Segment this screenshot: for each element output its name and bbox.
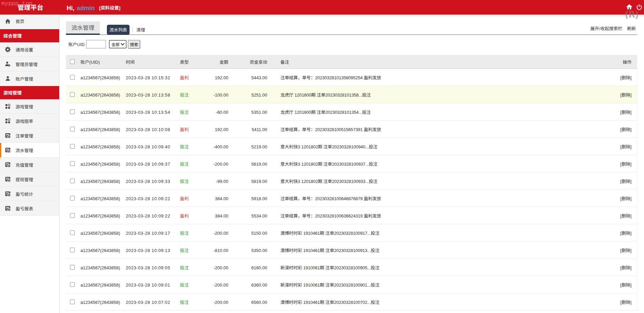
tab-clean[interactable]: 清理	[136, 25, 145, 35]
sidebar-item-label: 注单管理	[16, 132, 33, 139]
row-checkbox[interactable]	[70, 265, 75, 270]
delete-link[interactable]: [删除]	[620, 212, 631, 219]
sidebar-item[interactable]: 首页	[0, 15, 59, 28]
cell-time: 2023-03-28 10:09:05	[124, 264, 178, 271]
col-time: 时间	[124, 59, 178, 65]
table-row: a1234567(2643858) 2023-03-28 10:13:54 投注…	[66, 103, 637, 121]
delete-link[interactable]: [删除]	[620, 178, 631, 184]
delete-link[interactable]: [删除]	[620, 126, 631, 132]
cell-amount: -200.00	[201, 230, 228, 236]
cell-balance: 5351.00	[228, 109, 267, 115]
row-checkbox[interactable]	[70, 230, 75, 235]
cell-account: a1234567(2643858)	[78, 247, 124, 253]
cell-amount: -99.00	[201, 178, 228, 184]
sidebar: 首页 综合管理 通用设置 管理员管理 账户管理 游戏管理 游戏管理 游戏赔率 注…	[0, 15, 60, 313]
cell-time: 2023-03-28 10:09:17	[124, 230, 178, 236]
delete-link[interactable]: [删除]	[620, 161, 631, 167]
delete-link[interactable]: [删除]	[620, 91, 631, 98]
row-checkbox[interactable]	[70, 196, 75, 201]
cell-remark: 新濠时时彩 1910061期 注单20230328100901...投注	[267, 281, 600, 288]
report-icon	[5, 176, 11, 182]
delete-link[interactable]: [删除]	[620, 109, 631, 115]
type-select[interactable]: 全部	[109, 40, 127, 48]
row-checkbox[interactable]	[70, 213, 75, 218]
cell-time: 2023-03-28 10:09:22	[124, 195, 178, 202]
delete-link[interactable]: [删除]	[620, 230, 631, 236]
cell-type: 投注	[178, 143, 201, 150]
profile-settings-link[interactable]: [资料设置]	[99, 4, 120, 11]
delete-link[interactable]: [删除]	[620, 264, 631, 271]
sidebar-item[interactable]: 账户管理	[0, 71, 59, 86]
row-checkbox[interactable]	[70, 127, 75, 131]
cell-account: a1234567(2643858)	[78, 195, 124, 202]
delete-link[interactable]: [删除]	[620, 299, 631, 305]
cell-remark: 注单结算，单号：20230328100515657391 盈利发放	[267, 126, 600, 132]
sidebar-item-label: 盈亏报表	[16, 205, 33, 212]
tab-bar: 流水管理 流水列表 清理	[66, 21, 637, 35]
cell-remark: 澳博时时彩 1910461期 注单20230328100702...投注	[267, 299, 600, 305]
main-inner: 流水管理 流水列表 清理 账户UID 全部 搜索 账户(UID) 时间	[60, 21, 644, 311]
sidebar-item-label: 流水管理	[16, 147, 33, 153]
cell-remark: 龙虎厅 1201600期 注单20230328101358...投注	[267, 91, 600, 98]
cell-type: 盈利	[178, 126, 201, 132]
row-checkbox[interactable]	[70, 109, 75, 114]
cell-remark: 注单结算，单号：20230328100636624319 盈利发放	[267, 212, 600, 219]
sidebar-item-label: 首页	[16, 18, 24, 24]
username-link[interactable]: admin	[77, 3, 95, 12]
row-checkbox[interactable]	[70, 299, 75, 304]
row-checkbox[interactable]	[70, 92, 75, 97]
cell-balance: 5219.00	[228, 143, 267, 150]
delete-link[interactable]: [删除]	[620, 281, 631, 288]
cell-type: 投注	[178, 264, 201, 271]
table-header-row: 账户(UID) 时间 类型 金额 资金变动 备注 操作	[66, 55, 637, 69]
table-row: a1234567(2643858) 2023-03-28 10:13:58 投注…	[66, 86, 637, 103]
sidebar-item[interactable]: 通用设置	[0, 42, 59, 57]
sidebar-item[interactable]: 流水管理	[0, 143, 59, 158]
table-row: a1234567(2643858) 2023-03-28 10:09:17 投注…	[66, 224, 637, 242]
delete-link[interactable]: [删除]	[620, 143, 631, 150]
cell-remark: 注单结算，单号：20230328100646876879 盈利发放	[267, 195, 600, 202]
sidebar-item-label: 管理员管理	[16, 61, 38, 67]
uid-input[interactable]	[86, 40, 106, 48]
cell-type: 投注	[178, 109, 201, 115]
delete-link[interactable]: [删除]	[620, 195, 631, 202]
cell-balance: 5350.00	[228, 247, 267, 253]
cell-type: 投注	[178, 178, 201, 184]
row-checkbox[interactable]	[70, 144, 75, 149]
delete-link[interactable]: [删除]	[620, 247, 631, 253]
row-checkbox[interactable]	[70, 161, 75, 166]
tab-flow-list[interactable]: 流水列表	[107, 25, 130, 35]
select-all-checkbox[interactable]	[70, 59, 75, 64]
greeting-prefix: Hi,	[67, 3, 74, 12]
cell-account: a1234567(2643858)	[78, 109, 124, 115]
sidebar-item-label: 游戏赔率	[16, 118, 33, 124]
sidebar-item[interactable]: 游戏赔率	[0, 114, 59, 128]
cell-account: a1234567(2643858)	[78, 74, 124, 81]
delete-link[interactable]: [删除]	[620, 74, 631, 81]
cell-balance: 5918.00	[228, 195, 267, 202]
cell-account: a1234567(2643858)	[78, 126, 124, 132]
search-button[interactable]: 搜索	[128, 40, 140, 48]
row-checkbox[interactable]	[70, 179, 75, 183]
grid-icon	[5, 118, 11, 124]
col-action: 操作	[600, 59, 637, 65]
brand-title: 管理平台	[18, 0, 43, 14]
cell-amount: -200.00	[201, 299, 228, 305]
cell-account: a1234567(2643858)	[78, 178, 124, 184]
sidebar-item[interactable]: 充值管理	[0, 158, 59, 172]
sidebar-item[interactable]: 盈亏报表	[0, 201, 59, 216]
cell-type: 盈利	[178, 74, 201, 81]
sidebar-item[interactable]: 游戏管理	[0, 99, 59, 114]
row-checkbox[interactable]	[70, 75, 75, 80]
sidebar-item[interactable]: 提现管理	[0, 172, 59, 187]
row-checkbox[interactable]	[70, 248, 75, 252]
page-title-tab: 流水管理	[66, 21, 100, 35]
sidebar-item[interactable]: 管理员管理	[0, 57, 59, 71]
row-checkbox[interactable]	[70, 282, 75, 287]
cell-remark: 意大利快3 1201802期 注单20230328100933...投注	[267, 178, 600, 184]
cell-amount: -200.00	[201, 264, 228, 271]
sidebar-item[interactable]: 盈亏统计	[0, 187, 59, 201]
cell-balance: 6560.00	[228, 299, 267, 305]
cell-time: 2023-03-28 10:10:08	[124, 126, 178, 132]
sidebar-item[interactable]: 注单管理	[0, 128, 59, 143]
